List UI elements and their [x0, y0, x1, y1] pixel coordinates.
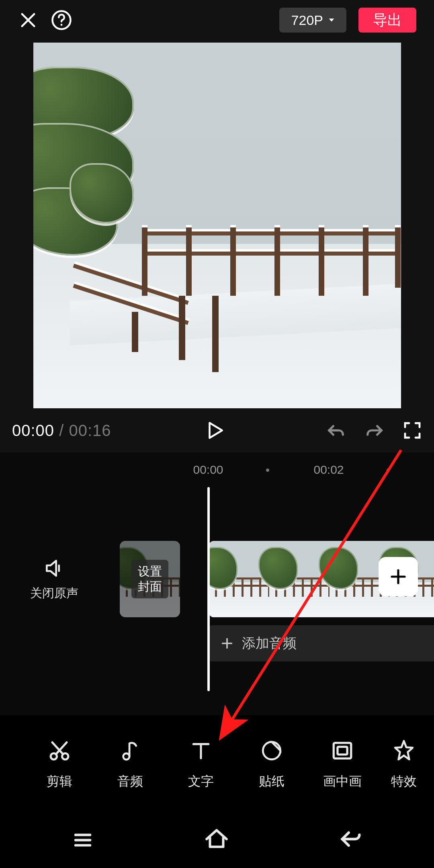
tool-label: 特效: [391, 773, 417, 790]
svg-rect-18: [338, 747, 347, 754]
plus-icon: [220, 637, 234, 650]
cover-label: 设置封面: [131, 560, 168, 598]
set-cover-button[interactable]: 设置封面: [120, 541, 180, 617]
clip-frame: [269, 541, 330, 617]
export-button[interactable]: 导出: [358, 8, 416, 33]
picture-in-picture-icon: [331, 737, 354, 765]
fullscreen-icon: [403, 421, 422, 440]
fullscreen-button[interactable]: [403, 421, 422, 440]
video-preview[interactable]: [33, 43, 401, 408]
playhead[interactable]: [207, 487, 210, 691]
system-home-button[interactable]: [203, 826, 230, 854]
tool-sticker[interactable]: 贴纸: [236, 737, 307, 790]
preview-area: [0, 40, 434, 408]
tool-edit[interactable]: 剪辑: [24, 737, 95, 790]
add-clip-button[interactable]: [379, 557, 418, 596]
tool-label: 画中画: [323, 773, 362, 790]
star-icon: [392, 737, 416, 765]
undo-icon: [326, 420, 346, 441]
sticker-icon: [260, 737, 283, 765]
mute-label: 关闭原声: [30, 585, 78, 602]
time-display: 00:00 / 00:16: [12, 422, 111, 440]
play-icon: [205, 419, 225, 442]
add-audio-label: 添加音频: [242, 634, 297, 653]
tool-effects[interactable]: 特效: [378, 737, 430, 790]
ruler-tick: 00:00: [193, 463, 223, 477]
clip-frame: [209, 541, 269, 617]
resolution-label: 720P: [291, 12, 323, 28]
redo-button[interactable]: [364, 420, 385, 441]
ruler-dot: [387, 469, 390, 472]
resolution-selector[interactable]: 720P: [279, 8, 346, 33]
play-button[interactable]: [205, 419, 225, 442]
text-icon: [190, 737, 212, 765]
help-button[interactable]: [51, 9, 72, 31]
redo-icon: [364, 420, 385, 441]
mute-original-audio-button[interactable]: 关闭原声: [0, 557, 108, 602]
timeline-area[interactable]: 00:00 00:02 关闭原声 设置封面: [0, 452, 434, 715]
top-bar: 720P 导出: [0, 0, 434, 40]
music-note-icon: [119, 737, 142, 765]
plus-icon: [389, 567, 408, 586]
tool-label: 文字: [188, 773, 214, 790]
tool-label: 剪辑: [47, 773, 72, 790]
svg-rect-17: [334, 743, 351, 759]
system-back-button[interactable]: [338, 826, 364, 854]
ruler-dot: [266, 469, 269, 472]
export-label: 导出: [373, 10, 402, 30]
current-time: 00:00: [12, 422, 54, 439]
system-menu-button[interactable]: [70, 827, 95, 853]
svg-marker-4: [210, 423, 222, 438]
playback-bar: 00:00 / 00:16: [0, 408, 434, 452]
scissors-icon: [47, 737, 72, 765]
chevron-down-icon: [327, 16, 336, 25]
tool-pip[interactable]: 画中画: [307, 737, 378, 790]
tool-label: 音频: [117, 773, 143, 790]
speaker-icon: [43, 557, 66, 579]
add-audio-button[interactable]: 添加音频: [209, 625, 434, 661]
close-button[interactable]: [18, 10, 39, 31]
tool-label: 贴纸: [259, 773, 285, 790]
video-track: 关闭原声 设置封面: [0, 541, 434, 617]
undo-button[interactable]: [326, 420, 346, 441]
system-nav-bar: [0, 812, 434, 868]
total-duration: 00:16: [69, 422, 111, 439]
tool-audio[interactable]: 音频: [95, 737, 166, 790]
tool-text[interactable]: 文字: [166, 737, 236, 790]
svg-point-3: [61, 24, 63, 26]
bottom-toolbar: 剪辑 音频 文字 贴纸 画中画 特效: [0, 715, 434, 812]
time-ruler: 00:00 00:02: [0, 463, 434, 483]
ruler-tick: 00:02: [313, 463, 344, 477]
